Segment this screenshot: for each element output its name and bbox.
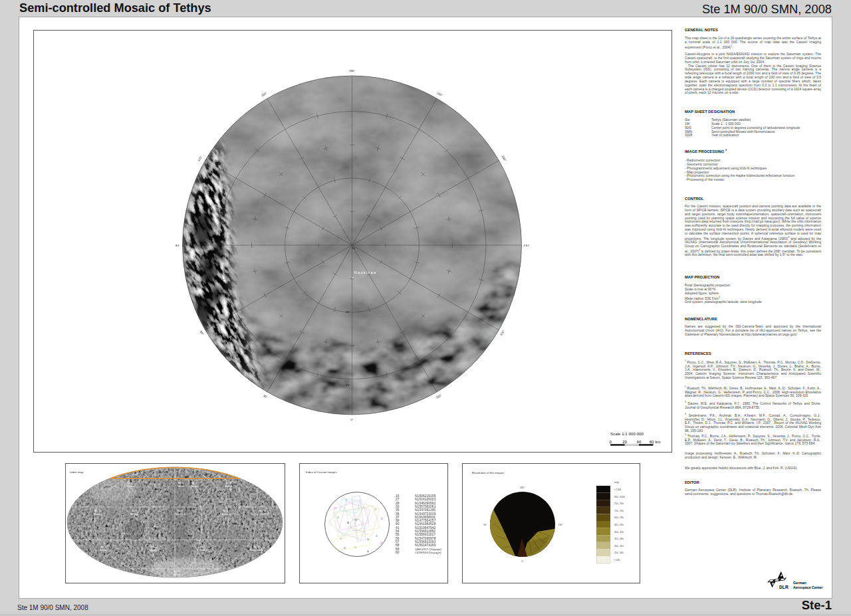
svg-text:750 - 950: 750 - 950 — [614, 502, 624, 505]
svg-text:180°: 180° — [349, 69, 355, 72]
svg-text:44: 44 — [344, 547, 346, 550]
svg-text:20: 20 — [376, 535, 378, 538]
svg-text:Telemus: Telemus — [178, 485, 185, 488]
svg-text:Polyphemus: Polyphemus — [220, 513, 231, 516]
svg-text:80°: 80° — [346, 310, 350, 314]
svg-text:58: 58 — [354, 546, 357, 549]
svg-text:40: 40 — [367, 550, 370, 553]
svg-text:90: 90 — [355, 519, 358, 522]
svg-text:Penelope: Penelope — [199, 549, 208, 552]
svg-text:180°: 180° — [520, 486, 525, 489]
svg-text:240°: 240° — [501, 155, 507, 162]
svg-text:Ste 11: Ste 11 — [253, 546, 260, 548]
svg-text:Ste 7: Ste 7 — [132, 510, 137, 512]
svg-text:Ste 10: Ste 10 — [259, 510, 266, 512]
svg-text:90°: 90° — [483, 524, 487, 526]
svg-text:650 - 700: 650 - 700 — [614, 516, 624, 519]
svg-text:0: 0 — [610, 439, 612, 444]
svg-text:Ste 12: Ste 12 — [151, 546, 158, 548]
svg-text:300°: 300° — [499, 330, 505, 337]
svg-text:Anticleia: Anticleia — [225, 485, 233, 488]
svg-text:Antinous: Antinous — [100, 549, 108, 552]
svg-text:Ste 6: Ste 6 — [226, 482, 231, 484]
svg-text:CA650357 (Voyager): CA650357 (Voyager) — [415, 548, 442, 551]
svg-text:90°: 90° — [176, 244, 180, 247]
svg-text:300 - 350: 300 - 350 — [614, 545, 624, 548]
svg-text:Teiresias: Teiresias — [190, 485, 198, 488]
svg-text:German: German — [793, 581, 806, 585]
svg-text:90: 90 — [352, 247, 355, 250]
svg-text:24: 24 — [374, 508, 377, 511]
svg-text:Index map: Index map — [70, 470, 84, 474]
svg-text:Telemachus: Telemachus — [175, 513, 185, 516]
svg-text:Ste 9: Ste 9 — [223, 510, 228, 512]
svg-text:250 - 300: 250 - 300 — [614, 552, 624, 554]
svg-text:16: 16 — [337, 516, 340, 519]
svg-text:60°: 60° — [199, 330, 205, 336]
svg-text:Ste 13: Ste 13 — [94, 510, 101, 512]
svg-text:56: 56 — [367, 538, 370, 541]
svg-text:210°: 210° — [436, 91, 443, 97]
svg-text:> 1500: > 1500 — [614, 488, 621, 491]
svg-text:450 - 650: 450 - 650 — [614, 524, 624, 526]
svg-text:350 - 400: 350 - 400 — [614, 538, 624, 540]
svg-text:330°: 330° — [435, 393, 443, 399]
svg-text:48: 48 — [347, 522, 350, 524]
svg-text:< 250: < 250 — [614, 559, 620, 562]
svg-text:270°: 270° — [523, 244, 529, 247]
svg-text:150°: 150° — [261, 91, 268, 97]
svg-text:70°: 70° — [346, 383, 350, 387]
svg-text:60: 60 — [396, 550, 400, 554]
svg-text:m/px: m/px — [614, 481, 619, 484]
svg-text:Ste 12: Ste 12 — [200, 546, 207, 548]
svg-text:Ste 8: Ste 8 — [178, 510, 183, 512]
svg-text:Aerospace Center: Aerospace Center — [793, 585, 822, 589]
svg-text:0°: 0° — [350, 418, 353, 421]
svg-text:15: 15 — [334, 507, 337, 510]
svg-text:Index of Cassini images: Index of Cassini images — [306, 470, 337, 474]
svg-text:40: 40 — [637, 439, 642, 444]
svg-text:55: 55 — [381, 518, 384, 520]
svg-text:Penelope: Penelope — [130, 513, 139, 516]
svg-text:120°: 120° — [197, 155, 203, 162]
svg-text:Ste 14: Ste 14 — [100, 546, 107, 548]
svg-text:Ithaca Chasma: Ithaca Chasma — [250, 549, 263, 552]
svg-text:0°: 0° — [521, 560, 524, 563]
svg-text:950 - 1500: 950 - 1500 — [614, 496, 625, 498]
svg-text:Scale 1:1 000 000: Scale 1:1 000 000 — [610, 431, 644, 436]
svg-text:700 - 750: 700 - 750 — [614, 510, 624, 512]
svg-text:Ste 4: Ste 4 — [178, 482, 183, 484]
svg-text:Ste 3: Ste 3 — [127, 482, 132, 484]
svg-text:20: 20 — [622, 439, 627, 444]
svg-text:Resolution of the images: Resolution of the images — [472, 471, 505, 474]
svg-text:Hypenor: Hypenor — [174, 573, 181, 576]
svg-text:Circe: Circe — [261, 513, 265, 516]
svg-text:DLR: DLR — [779, 585, 789, 589]
svg-text:Ste 5: Ste 5 — [191, 482, 197, 484]
svg-text:270°: 270° — [558, 524, 564, 526]
svg-text:400 - 450: 400 - 450 — [614, 531, 624, 534]
svg-text:Melanthius: Melanthius — [150, 549, 160, 552]
svg-text:60 km: 60 km — [650, 439, 661, 444]
svg-text:Ste 15: Ste 15 — [174, 570, 180, 573]
svg-text:N1561474169: N1561474169 — [415, 543, 436, 547]
svg-text:54: 54 — [380, 542, 383, 544]
svg-text:Odysseus: Odysseus — [126, 485, 134, 488]
svg-text:23: 23 — [345, 499, 348, 502]
svg-text:Eumaeus: Eumaeus — [94, 513, 102, 516]
svg-text:34: 34 — [340, 538, 342, 540]
svg-text:Nausicaa: Nausicaa — [354, 270, 377, 274]
svg-text:30°: 30° — [263, 394, 268, 399]
svg-text:C4399509 (Voyager): C4399509 (Voyager) — [415, 551, 441, 554]
